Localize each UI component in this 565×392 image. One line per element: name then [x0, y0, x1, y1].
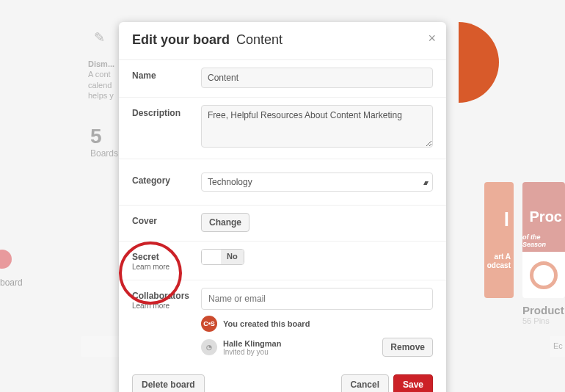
row-collaborators: Collaborators Learn more C•S You created… — [119, 280, 446, 366]
modal-header: Edit your board Content × — [119, 22, 446, 60]
row-secret: Secret Learn more No — [119, 242, 446, 280]
chevron-updown-icon: ▴▾ — [423, 178, 426, 186]
edit-board-modal: Edit your board Content × Name Descripti… — [119, 22, 446, 392]
collaborator-name: Halle Klingman — [223, 339, 281, 348]
collaborator-creator: C•S You created this board — [201, 316, 433, 332]
category-select[interactable]: Technology ▴▾ — [201, 173, 433, 192]
row-name: Name — [119, 60, 446, 98]
creator-text: You created this board — [223, 319, 310, 328]
collaborator-row: ◔ Halle Klingman Invited by you Remove — [201, 338, 433, 357]
label-secret: Secret Learn more — [132, 249, 201, 271]
collaborator-input[interactable] — [201, 288, 433, 310]
avatar: C•S — [201, 316, 217, 332]
close-icon[interactable]: × — [428, 31, 436, 46]
row-cover: Cover Change — [119, 206, 446, 242]
row-description: Description Free, Helpful Resources Abou… — [119, 98, 446, 159]
label-description: Description — [132, 105, 201, 118]
label-name: Name — [132, 68, 201, 81]
learn-more-link[interactable]: Learn more — [132, 302, 201, 310]
label-cover: Cover — [132, 213, 201, 226]
label-category: Category — [132, 173, 201, 186]
modal-title: Edit your board Content — [132, 32, 282, 47]
secret-toggle[interactable]: No — [201, 249, 244, 265]
delete-board-button[interactable]: Delete board — [132, 374, 205, 392]
row-category: Category Technology ▴▾ — [119, 159, 446, 206]
cancel-button[interactable]: Cancel — [341, 374, 389, 392]
category-value: Technology — [208, 177, 252, 187]
description-textarea[interactable]: Free, Helpful Resources About Content Ma… — [201, 105, 433, 148]
name-input[interactable] — [201, 68, 433, 88]
collaborator-sub: Invited by you — [223, 348, 281, 356]
save-button[interactable]: Save — [393, 374, 433, 392]
remove-collaborator-button[interactable]: Remove — [382, 338, 433, 357]
avatar: ◔ — [201, 339, 217, 355]
change-cover-button[interactable]: Change — [201, 213, 249, 232]
modal-footer: Delete board Cancel Save — [119, 366, 446, 392]
label-collaborators: Collaborators Learn more — [132, 288, 201, 310]
toggle-value: No — [221, 250, 244, 264]
